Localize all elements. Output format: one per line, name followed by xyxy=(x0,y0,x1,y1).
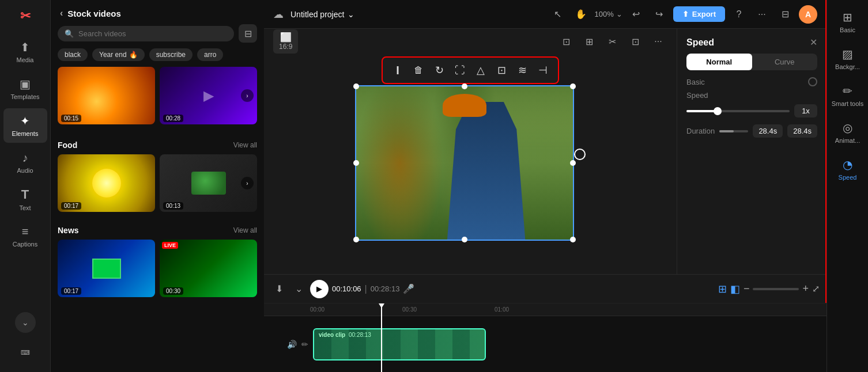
tag-label: subscribe xyxy=(156,51,186,59)
resize-handle-tm[interactable] xyxy=(462,83,467,89)
back-button[interactable]: ‹ xyxy=(60,8,63,18)
crop-icon-btn[interactable]: ⛶ xyxy=(451,61,469,79)
duration-badge: 00:17 xyxy=(61,202,81,210)
current-time: 00:10:06 xyxy=(332,284,361,293)
redo-btn[interactable]: ↪ xyxy=(650,5,669,24)
sidebar-item-templates[interactable]: ▣ Templates xyxy=(3,71,47,106)
rs-item-background[interactable]: ▨ Backgr... xyxy=(829,41,866,76)
main-area: ☁ Untitled project ⌄ ↖ ✋ 100% ⌄ ↩ ↪ ⬆ Ex… xyxy=(264,0,827,372)
split-icon-btn[interactable]: ⊡ xyxy=(492,61,511,79)
speed-slider-thumb[interactable] xyxy=(714,107,722,115)
sidebar-item-audio[interactable]: ♪ Audio xyxy=(3,145,47,180)
flip-icon-btn[interactable]: △ xyxy=(471,61,490,79)
pencil-icon[interactable]: ✏ xyxy=(301,340,308,349)
food-view-all[interactable]: View all xyxy=(233,141,257,149)
rs-item-speed[interactable]: ◔ Speed xyxy=(829,152,866,187)
video-thumb-2[interactable]: ▶ 00:28 › xyxy=(160,67,257,124)
fullscreen-icon[interactable]: ⤢ xyxy=(812,283,820,294)
food-video-1[interactable]: 00:17 xyxy=(58,154,155,212)
tag-black[interactable]: black xyxy=(58,48,88,61)
sidebar-keyboard-btn[interactable]: ⌨ xyxy=(15,342,36,363)
food-video-2[interactable]: 00:13 › xyxy=(160,154,257,212)
radio-btn[interactable] xyxy=(808,77,817,86)
speed-close-btn[interactable]: ✕ xyxy=(810,37,817,48)
cursor-tool-btn[interactable]: ↖ xyxy=(549,5,567,24)
zoom-value: 100% xyxy=(595,10,614,18)
sidebar-item-elements[interactable]: ✦ Elements xyxy=(3,108,47,143)
trim2-icon-btn[interactable]: ⊣ xyxy=(534,61,552,79)
resize-handle-mr[interactable] xyxy=(570,160,576,166)
duration-value: 28.4s xyxy=(753,124,783,138)
microphone-icon[interactable]: 🎤 xyxy=(403,283,414,294)
duration-bar xyxy=(719,130,748,132)
trim-icon-btn[interactable]: I xyxy=(388,61,407,79)
more-transform-btn[interactable]: ··· xyxy=(649,32,667,51)
basic-label: Basic xyxy=(686,78,705,86)
rotate-icon-btn[interactable]: ↻ xyxy=(430,61,448,79)
tag-yearend[interactable]: Year end 🔥 xyxy=(92,48,145,61)
duration-input[interactable]: 28.4s xyxy=(787,124,817,138)
tag-arro[interactable]: arro xyxy=(197,48,223,61)
resize-handle-ml[interactable] xyxy=(353,160,359,166)
undo-btn[interactable]: ↩ xyxy=(627,5,646,24)
transform-btn[interactable]: ✂ xyxy=(603,32,621,51)
resize-handle-tl[interactable] xyxy=(353,83,359,89)
play-button[interactable]: ▶ xyxy=(310,280,329,298)
more-options-btn[interactable]: ··· xyxy=(753,5,771,24)
sidebar-item-text[interactable]: T Text xyxy=(3,182,47,217)
resize-handle-tr[interactable] xyxy=(570,83,576,89)
tag-subscribe[interactable]: subscribe xyxy=(149,48,193,61)
video-track[interactable]: video clip 00:28:13 xyxy=(313,328,486,360)
rs-item-animate[interactable]: ◎ Animat... xyxy=(829,115,866,150)
export-icon: ⬆ xyxy=(682,10,689,18)
stock-header: ‹ Stock videos xyxy=(51,0,264,24)
video-grid-scroll: Food View all 00:17 00:13 › News View al… xyxy=(51,136,264,372)
rotate-handle[interactable] xyxy=(574,149,586,160)
export-button[interactable]: ⬆ Export xyxy=(673,6,725,22)
project-name[interactable]: Untitled project ⌄ xyxy=(290,10,354,19)
zoom-out-icon[interactable]: − xyxy=(744,283,750,295)
speed-slider[interactable] xyxy=(686,110,790,112)
tab-normal[interactable]: Normal xyxy=(686,54,752,70)
resize-btn[interactable]: ⊞ xyxy=(580,32,598,51)
zoom-control[interactable]: 100% ⌄ xyxy=(595,10,622,18)
next-arrow[interactable]: › xyxy=(241,177,254,189)
sidebar-item-captions[interactable]: ≡ Captions xyxy=(3,219,47,253)
composite-btn[interactable]: ⊡ xyxy=(626,32,644,51)
sidebar-item-media[interactable]: ⬆ Media xyxy=(3,35,47,69)
next-arrow[interactable]: › xyxy=(241,89,254,102)
hand-tool-btn[interactable]: ✋ xyxy=(572,5,590,24)
news-video-1[interactable]: 00:17 xyxy=(58,240,155,297)
user-avatar[interactable]: A xyxy=(799,5,817,24)
filter-button[interactable]: ⊟ xyxy=(239,24,257,43)
video-thumb-1[interactable]: 00:15 xyxy=(58,67,155,124)
resize-handle-bm[interactable] xyxy=(462,237,467,242)
zoom-timeline-slider[interactable] xyxy=(753,288,799,290)
tl-blue-icon-2[interactable]: ◧ xyxy=(730,283,740,295)
delete-icon-btn[interactable]: 🗑 xyxy=(409,61,428,79)
volume-icon[interactable]: 🔊 xyxy=(287,340,297,349)
freeze-icon-btn[interactable]: ≋ xyxy=(513,61,531,79)
resize-handle-bl[interactable] xyxy=(353,237,359,242)
tab-curve[interactable]: Curve xyxy=(752,54,818,70)
speed-title: Speed xyxy=(686,37,714,48)
zoom-in-icon[interactable]: + xyxy=(802,283,809,295)
sidebar-more-btn[interactable]: ⌄ xyxy=(15,312,36,333)
tl-blue-icon-1[interactable]: ⊞ xyxy=(718,283,727,295)
layout-btn[interactable]: ⊟ xyxy=(776,5,794,24)
timeline-area: 00:00 00:30 01:00 🔊 ✏ video clip 00:28:1… xyxy=(264,303,827,372)
dropdown-arrow[interactable]: ⌄ xyxy=(290,281,307,297)
rs-item-smart-tools[interactable]: ✏ Smart tools xyxy=(829,78,866,113)
news-video-2[interactable]: LIVE 00:30 xyxy=(160,240,257,297)
resize-handle-br[interactable] xyxy=(570,237,576,242)
crop-btn[interactable]: ⊡ xyxy=(557,32,575,51)
aspect-ratio-button[interactable]: ⬜ 16:9 xyxy=(273,29,298,54)
download-btn[interactable]: ⬇ xyxy=(271,281,287,297)
background-icon: ▨ xyxy=(842,47,853,61)
speed-slider-row: 1x xyxy=(686,104,817,117)
playhead[interactable] xyxy=(381,303,382,372)
rs-item-basic[interactable]: ⊞ Basic xyxy=(829,5,866,39)
help-btn[interactable]: ? xyxy=(730,5,748,24)
search-input[interactable] xyxy=(78,29,227,38)
news-view-all[interactable]: View all xyxy=(233,226,257,234)
